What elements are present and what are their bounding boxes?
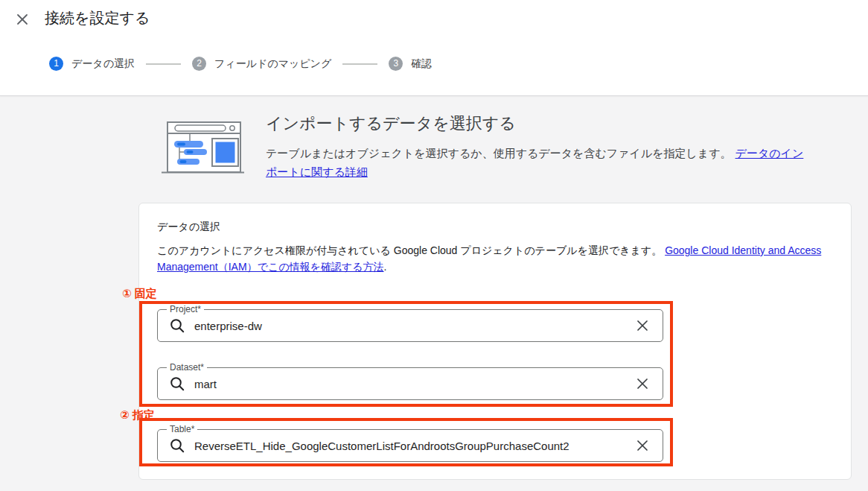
- clear-project-button[interactable]: [634, 317, 651, 334]
- table-input[interactable]: [194, 440, 628, 452]
- project-input[interactable]: [194, 320, 628, 332]
- stepper: 1 データの選択 2 フィールドのマッピング 3 確認: [49, 57, 432, 71]
- step-number-badge: 3: [389, 57, 403, 71]
- step-confirm[interactable]: 3 確認: [389, 57, 432, 71]
- intro-description: テーブルまたはオブジェクトを選択するか、使用するデータを含むファイルを指定します…: [266, 144, 813, 181]
- card-description-text: このアカウントにアクセス権限が付与されている Google Cloud プロジェ…: [157, 244, 665, 256]
- clear-dataset-button[interactable]: [634, 376, 651, 392]
- step-label: 確認: [411, 57, 432, 71]
- dataset-input[interactable]: [194, 378, 628, 390]
- card-description-suffix: .: [384, 261, 387, 273]
- intro-description-text: テーブルまたはオブジェクトを選択するか、使用するデータを含むファイルを指定します…: [266, 147, 732, 159]
- close-button[interactable]: [13, 10, 31, 28]
- intro-section: インポートするデータを選択する テーブルまたはオブジェクトを選択するか、使用する…: [160, 113, 813, 181]
- connection-setup-dialog: 接続を設定する 1 データの選択 2 フィールドのマッピング 3 確認: [0, 0, 868, 491]
- clear-icon: [636, 439, 649, 452]
- search-icon: [170, 318, 185, 333]
- intro-heading: インポートするデータを選択する: [266, 113, 813, 134]
- dialog-title: 接続を設定する: [45, 7, 150, 28]
- dialog-header: 接続を設定する 1 データの選択 2 フィールドのマッピング 3 確認: [0, 0, 868, 96]
- project-field[interactable]: Project*: [157, 309, 663, 342]
- clear-icon: [636, 377, 649, 390]
- clear-table-button[interactable]: [634, 437, 651, 454]
- table-field-label: Table*: [167, 424, 197, 434]
- search-icon: [170, 376, 185, 391]
- dataset-field-label: Dataset*: [167, 362, 207, 373]
- clear-icon: [636, 319, 649, 332]
- step-number-badge: 1: [49, 57, 63, 71]
- intro-text: インポートするデータを選択する テーブルまたはオブジェクトを選択するか、使用する…: [266, 113, 813, 181]
- step-label: データの選択: [71, 57, 135, 71]
- close-icon: [16, 13, 28, 25]
- step-connector: [342, 63, 377, 65]
- card-description: このアカウントにアクセス権限が付与されている Google Cloud プロジェ…: [157, 242, 836, 275]
- annotation-label-specify: ② 指定: [120, 409, 155, 421]
- annotation-label-fixed: ① 固定: [122, 288, 157, 300]
- table-field[interactable]: Table*: [157, 429, 663, 462]
- step-number-badge: 2: [192, 57, 206, 71]
- step-label: フィールドのマッピング: [214, 57, 331, 71]
- card-title: データの選択: [157, 221, 220, 234]
- project-field-label: Project*: [167, 304, 204, 314]
- content-area: インポートするデータを選択する テーブルまたはオブジェクトを選択するか、使用する…: [0, 97, 868, 491]
- step-connector: [146, 63, 181, 65]
- data-import-illustration: [160, 119, 246, 180]
- data-selection-card: データの選択 このアカウントにアクセス権限が付与されている Google Clo…: [138, 203, 852, 480]
- search-icon: [170, 438, 185, 453]
- step-field-mapping[interactable]: 2 フィールドのマッピング: [192, 57, 331, 71]
- step-data-selection[interactable]: 1 データの選択: [49, 57, 135, 71]
- dataset-field[interactable]: Dataset*: [157, 367, 663, 400]
